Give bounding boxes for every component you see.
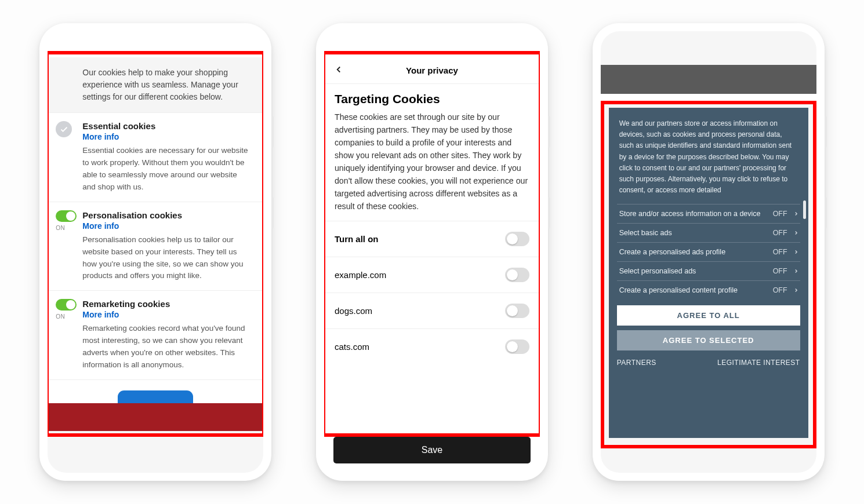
item-label: Select basic ads [619,229,672,237]
toggle-switch[interactable] [505,232,529,246]
save-button[interactable] [118,390,193,403]
more-info-link[interactable]: More info [82,221,252,231]
phone-mockup-3: We and our partners store or access info… [593,23,825,481]
screen-3: We and our partners store or access info… [601,31,816,473]
chevron-right-icon [793,249,799,255]
section-desc: Essential cookies are necessary for our … [82,145,252,193]
consent-item[interactable]: Create a personalised content profile OF… [617,280,800,300]
more-info-link[interactable]: More info [82,132,252,141]
consent-panel: We and our partners store or access info… [609,108,808,438]
consent-item[interactable]: Create a personalised ads profile OFF [617,242,800,261]
consent-item[interactable]: Select personalised ads OFF [617,261,800,280]
scrollbar[interactable] [803,200,806,219]
consent-item[interactable]: Select basic ads OFF [617,223,800,242]
section-title: Personalisation cookies [82,210,252,220]
toggle-row: cats.com [324,328,540,364]
item-label: Store and/or access information on a dev… [619,210,761,218]
section-desc: Personalisation cookies help us to tailo… [82,234,252,283]
header-title: Your privacy [406,65,458,75]
agree-all-button[interactable]: AGREE TO ALL [617,305,800,326]
chevron-right-icon [793,211,799,217]
save-area [48,379,263,403]
page-title: Targeting Cookies [335,92,529,106]
chevron-right-icon [793,230,799,236]
item-state: OFF [773,210,787,218]
toggle-on-label: ON [56,313,75,320]
section-title: Remarketing cookies [82,299,252,309]
phone-mockup-2: Your privacy Targeting Cookies These coo… [316,23,548,481]
screen-2: Your privacy Targeting Cookies These coo… [324,31,540,473]
screen-1: Our cookies help to make your shopping e… [48,31,263,473]
consent-list: Store and/or access information on a dev… [617,204,800,300]
item-state: OFF [773,248,787,256]
row-label: cats.com [335,342,369,352]
save-button[interactable]: Save [333,437,531,463]
item-state: OFF [773,229,787,237]
chevron-right-icon [793,287,799,293]
check-icon [56,121,72,137]
consent-intro: We and our partners store or access info… [617,118,800,196]
toggle-switch[interactable] [505,339,529,354]
personalisation-cookies-section: ON Personalisation cookies More info Per… [48,202,263,291]
header-bar: Your privacy [324,57,540,84]
agree-selected-button[interactable]: AGREE TO SELECTED [617,330,800,350]
phone-mockup-1: Our cookies help to make your shopping e… [39,23,271,481]
essential-cookies-section: Essential cookies More info Essential co… [48,112,263,202]
section-title: Essential cookies [82,121,252,131]
row-label: Turn all on [335,234,379,244]
item-state: OFF [773,267,787,275]
more-info-link[interactable]: More info [82,310,252,319]
item-state: OFF [773,286,787,294]
toggle-row: dogs.com [324,293,540,328]
section-desc: Remarketing cookies record what you've f… [82,323,252,371]
remarketing-cookies-section: ON Remarketing cookies More info Remarke… [48,290,263,379]
item-label: Create a personalised ads profile [619,248,725,256]
chevron-right-icon [793,268,799,274]
toggle-row: example.com [324,257,540,293]
toggle-row-all: Turn all on [324,221,540,257]
legitimate-interest-link[interactable]: LEGITIMATE INTEREST [717,359,800,367]
back-button[interactable] [333,64,344,77]
item-label: Create a personalised content profile [619,286,738,294]
item-label: Select personalised ads [619,267,696,275]
cookie-intro: Our cookies help to make your shopping e… [48,57,263,112]
row-label: dogs.com [335,306,372,316]
toggle-switch[interactable] [56,210,77,222]
partners-link[interactable]: PARTNERS [617,359,656,367]
row-label: example.com [335,270,386,280]
toggle-switch[interactable] [505,304,529,318]
consent-item[interactable]: Store and/or access information on a dev… [617,204,800,223]
toggle-switch[interactable] [505,268,529,282]
toggle-switch[interactable] [56,299,77,311]
page-description: These cookies are set through our site b… [335,111,529,213]
toggle-on-label: ON [56,225,75,231]
